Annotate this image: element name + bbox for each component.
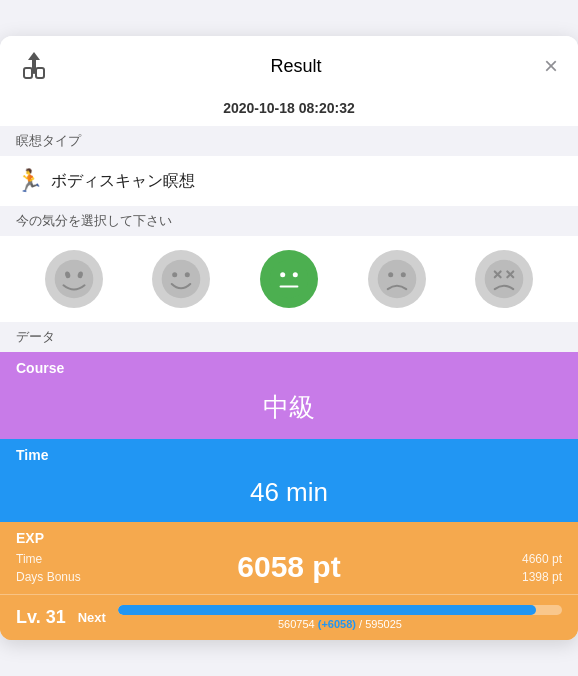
level-text: Lv. 31 bbox=[16, 607, 66, 628]
meditation-type-value: ボディスキャン瞑想 bbox=[51, 171, 195, 192]
time-value: 46 min bbox=[0, 467, 578, 522]
mood-section-label: 今の気分を選択して下さい bbox=[0, 206, 578, 236]
mood-happy[interactable] bbox=[152, 250, 210, 308]
svg-point-7 bbox=[162, 260, 201, 299]
svg-rect-2 bbox=[24, 68, 32, 78]
svg-point-17 bbox=[485, 260, 524, 299]
current-exp: 560754 bbox=[278, 618, 318, 630]
course-label: Course bbox=[0, 352, 578, 380]
svg-point-16 bbox=[400, 272, 405, 277]
svg-point-4 bbox=[54, 260, 93, 299]
svg-point-15 bbox=[388, 272, 393, 277]
exp-days-bonus-label: Days Bonus bbox=[16, 570, 198, 584]
gain-exp: (+6058) bbox=[318, 618, 356, 630]
progress-bar-background bbox=[118, 605, 562, 615]
timestamp: 2020-10-18 08:20:32 bbox=[0, 96, 578, 126]
progress-bar-fill bbox=[118, 605, 536, 615]
progress-text: 560754 (+6058) / 595025 bbox=[118, 618, 562, 630]
svg-point-9 bbox=[185, 272, 190, 277]
exp-item-values: 4660 pt 1398 pt bbox=[380, 550, 562, 584]
exp-label: EXP bbox=[0, 522, 578, 550]
exp-content: Time Days Bonus 6058 pt 4660 pt 1398 pt bbox=[0, 550, 578, 594]
next-label: Next bbox=[78, 610, 106, 625]
result-modal: Result × 2020-10-18 08:20:32 瞑想タイプ 🏃 ボディ… bbox=[0, 36, 578, 640]
svg-point-11 bbox=[280, 272, 285, 277]
mood-row bbox=[0, 236, 578, 322]
exp-time-label: Time bbox=[16, 552, 198, 566]
meditation-icon: 🏃 bbox=[16, 168, 43, 194]
course-value: 中級 bbox=[0, 380, 578, 439]
time-block: Time 46 min bbox=[0, 439, 578, 522]
svg-point-8 bbox=[173, 272, 178, 277]
svg-point-10 bbox=[270, 260, 309, 299]
svg-rect-3 bbox=[36, 68, 44, 78]
share-button[interactable] bbox=[20, 52, 48, 80]
svg-point-14 bbox=[377, 260, 416, 299]
max-exp: 595025 bbox=[365, 618, 402, 630]
level-bar: Lv. 31 Next 560754 (+6058) / 595025 bbox=[0, 594, 578, 640]
mood-very-sad[interactable] bbox=[475, 250, 533, 308]
exp-item-labels: Time Days Bonus bbox=[16, 550, 198, 584]
exp-days-bonus-value: 1398 pt bbox=[380, 570, 562, 584]
exp-time-value: 4660 pt bbox=[380, 552, 562, 566]
svg-marker-1 bbox=[28, 52, 40, 60]
header: Result × bbox=[0, 36, 578, 96]
share-icon bbox=[20, 52, 48, 80]
meditation-type-row: 🏃 ボディスキャン瞑想 bbox=[0, 156, 578, 206]
header-title: Result bbox=[270, 56, 321, 77]
progress-container: 560754 (+6058) / 595025 bbox=[118, 605, 562, 630]
meditation-type-section-label: 瞑想タイプ bbox=[0, 126, 578, 156]
exp-block: EXP Time Days Bonus 6058 pt 4660 pt 1398… bbox=[0, 522, 578, 640]
data-section-label: データ bbox=[0, 322, 578, 352]
mood-very-happy[interactable] bbox=[45, 250, 103, 308]
svg-point-12 bbox=[293, 272, 298, 277]
close-button[interactable]: × bbox=[544, 54, 558, 78]
course-block: Course 中級 bbox=[0, 352, 578, 439]
mood-neutral[interactable] bbox=[260, 250, 318, 308]
time-label: Time bbox=[0, 439, 578, 467]
exp-main-value: 6058 pt bbox=[198, 550, 380, 584]
mood-sad[interactable] bbox=[368, 250, 426, 308]
